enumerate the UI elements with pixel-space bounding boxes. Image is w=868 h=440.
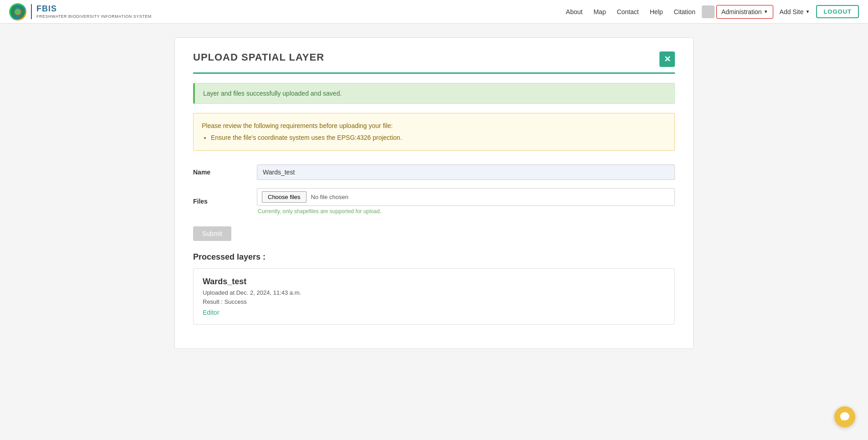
layer-name: Wards_test (203, 277, 665, 287)
close-button[interactable]: ✕ (659, 51, 675, 67)
nav-citation[interactable]: Citation (669, 5, 700, 18)
logout-button[interactable]: LOGOUT (816, 5, 859, 18)
page-title: UPLOAD SPATIAL LAYER (193, 51, 324, 63)
page-header: UPLOAD SPATIAL LAYER ✕ (193, 51, 675, 74)
user-avatar (702, 5, 715, 18)
chevron-down-icon: ▼ (764, 9, 768, 14)
success-alert: Layer and files successfully uploaded an… (193, 83, 675, 104)
brand-tagline: FRESHWATER BIODIVERSITY INFORMATION SYST… (36, 14, 152, 19)
warning-item: Ensure the file's coordinate system uses… (211, 133, 666, 143)
file-hint: Currently, only shapefiles are supported… (257, 208, 675, 215)
choose-files-button[interactable]: Choose files (262, 191, 306, 203)
success-message: Layer and files successfully uploaded an… (203, 90, 342, 97)
svg-point-3 (16, 10, 20, 14)
processed-title: Processed layers : (193, 252, 675, 262)
chevron-down-icon: ▼ (805, 9, 810, 14)
layer-result: Result : Success (203, 298, 665, 305)
file-input-wrapper: Choose files No file chosen Currently, o… (257, 188, 675, 215)
layer-editor-link[interactable]: Editor (203, 309, 220, 316)
files-label: Files (193, 198, 257, 205)
logo-icon (9, 3, 26, 20)
warning-list: Ensure the file's coordinate system uses… (211, 133, 666, 143)
navbar: FBIS FRESHWATER BIODIVERSITY INFORMATION… (0, 0, 868, 24)
nav-links: About Map Contact Help Citation Administ… (562, 5, 859, 19)
warning-alert: Please review the following requirements… (193, 113, 675, 151)
name-input[interactable] (257, 164, 675, 180)
brand-name: FBIS (36, 4, 152, 14)
layer-card: Wards_test Uploaded at Dec. 2, 2024, 11:… (193, 268, 675, 325)
administration-dropdown[interactable]: Administration ▼ (716, 5, 773, 19)
nav-help[interactable]: Help (645, 5, 668, 18)
processed-layers-section: Processed layers : Wards_test Uploaded a… (193, 252, 675, 325)
files-field-group: Files Choose files No file chosen Curren… (193, 188, 675, 215)
file-input-row: Choose files No file chosen (257, 188, 675, 206)
main-panel: UPLOAD SPATIAL LAYER ✕ Layer and files s… (174, 37, 694, 349)
name-field-group: Name (193, 164, 675, 180)
add-site-dropdown[interactable]: Add Site ▼ (775, 5, 815, 18)
warning-title: Please review the following requirements… (202, 121, 666, 131)
no-file-label: No file chosen (311, 194, 348, 200)
nav-contact[interactable]: Contact (612, 5, 643, 18)
brand-text: FBIS FRESHWATER BIODIVERSITY INFORMATION… (31, 4, 152, 19)
nav-map[interactable]: Map (589, 5, 610, 18)
layer-uploaded: Uploaded at Dec. 2, 2024, 11:43 a.m. (203, 289, 665, 296)
submit-button[interactable]: Submit (193, 226, 231, 241)
brand-logo[interactable]: FBIS FRESHWATER BIODIVERSITY INFORMATION… (9, 3, 152, 20)
nav-about[interactable]: About (562, 5, 587, 18)
name-label: Name (193, 169, 257, 176)
